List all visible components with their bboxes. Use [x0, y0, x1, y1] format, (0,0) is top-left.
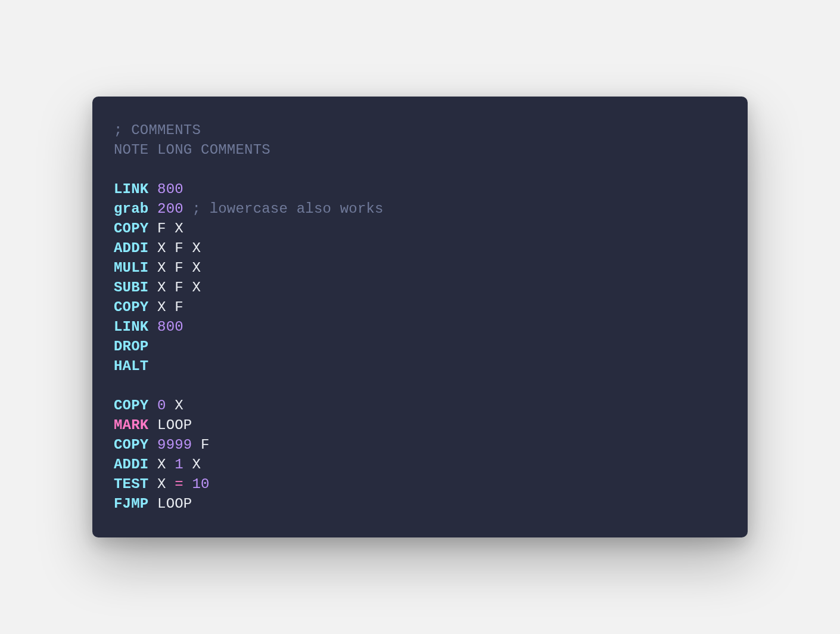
code-token-text: X — [192, 456, 201, 473]
code-token-number: 9999 — [157, 437, 192, 453]
code-token-text: X — [157, 476, 166, 492]
code-token-keyword: COPY — [114, 220, 148, 237]
code-token-keyword: SUBI — [114, 279, 148, 296]
code-line: TEST X = 10 — [114, 476, 210, 492]
code-token-number: 1 — [175, 456, 183, 473]
code-line: ; COMMENTS — [114, 122, 201, 138]
code-token-mark: MARK — [114, 417, 148, 433]
code-token-keyword: MULI — [114, 260, 148, 276]
code-token-text: F — [201, 437, 210, 453]
code-token-space — [148, 476, 157, 492]
code-token-text: X — [157, 456, 166, 473]
code-line: HALT — [114, 358, 148, 374]
code-line: COPY X F — [114, 299, 183, 315]
code-token-operator: = — [175, 476, 183, 492]
code-block[interactable]: ; COMMENTS NOTE LONG COMMENTS LINK 800 g… — [114, 120, 726, 514]
code-token-space — [148, 220, 157, 237]
code-line: COPY F X — [114, 220, 183, 237]
code-line: FJMP LOOP — [114, 496, 192, 512]
code-token-comment: ; lowercase also works — [192, 201, 383, 217]
code-token-keyword: COPY — [114, 437, 148, 453]
code-token-number: 800 — [157, 181, 183, 197]
code-token-comment: NOTE LONG COMMENTS — [114, 142, 270, 158]
code-line: grab 200 ; lowercase also works — [114, 201, 384, 217]
code-token-keyword: HALT — [114, 358, 148, 374]
code-line: COPY 9999 F — [114, 437, 210, 453]
code-line: MARK LOOP — [114, 417, 192, 433]
code-token-text: X F — [157, 299, 183, 315]
code-token-space — [148, 260, 157, 276]
code-token-space — [148, 240, 157, 256]
code-token-text: X — [175, 397, 183, 414]
code-line: DROP — [114, 338, 148, 355]
code-token-keyword: COPY — [114, 299, 148, 315]
code-token-space — [148, 279, 157, 296]
code-token-space — [148, 417, 157, 433]
code-token-keyword: ADDI — [114, 456, 148, 473]
code-token-space — [148, 319, 157, 335]
code-token-keyword: COPY — [114, 397, 148, 414]
code-token-text: LOOP — [157, 417, 192, 433]
code-line: LINK 800 — [114, 181, 183, 197]
code-token-number: 10 — [192, 476, 209, 492]
code-token-keyword: grab — [114, 201, 148, 217]
code-token-keyword: ADDI — [114, 240, 148, 256]
code-token-text: X F X — [157, 279, 201, 296]
code-token-keyword: LINK — [114, 181, 148, 197]
code-token-space — [148, 201, 157, 217]
code-token-number: 200 — [157, 201, 183, 217]
code-token-space — [148, 456, 157, 473]
code-card: ; COMMENTS NOTE LONG COMMENTS LINK 800 g… — [92, 97, 748, 537]
code-token-space — [166, 456, 175, 473]
code-line: ADDI X F X — [114, 240, 201, 256]
code-token-space — [183, 476, 192, 492]
code-token-space — [148, 496, 157, 512]
code-line: ADDI X 1 X — [114, 456, 201, 473]
code-token-space — [192, 437, 201, 453]
code-token-text: F X — [157, 220, 183, 237]
code-token-keyword: FJMP — [114, 496, 148, 512]
code-line: COPY 0 X — [114, 397, 183, 414]
code-token-text: X F X — [157, 260, 201, 276]
code-token-space — [148, 437, 157, 453]
code-token-space — [148, 181, 157, 197]
code-line: MULI X F X — [114, 260, 201, 276]
code-line: LINK 800 — [114, 319, 183, 335]
code-token-keyword: LINK — [114, 319, 148, 335]
code-token-keyword: TEST — [114, 476, 148, 492]
code-token-number: 0 — [157, 397, 166, 414]
code-token-space — [148, 299, 157, 315]
code-token-keyword: DROP — [114, 338, 148, 355]
code-token-space — [183, 456, 192, 473]
code-line: SUBI X F X — [114, 279, 201, 296]
code-token-text: LOOP — [157, 496, 192, 512]
code-token-comment: ; COMMENTS — [114, 122, 201, 138]
code-token-text: X F X — [157, 240, 201, 256]
code-token-space — [166, 397, 175, 414]
code-token-space — [166, 476, 175, 492]
code-token-space — [183, 201, 192, 217]
code-token-number: 800 — [157, 319, 183, 335]
code-line: NOTE LONG COMMENTS — [114, 142, 270, 158]
code-token-space — [148, 397, 157, 414]
